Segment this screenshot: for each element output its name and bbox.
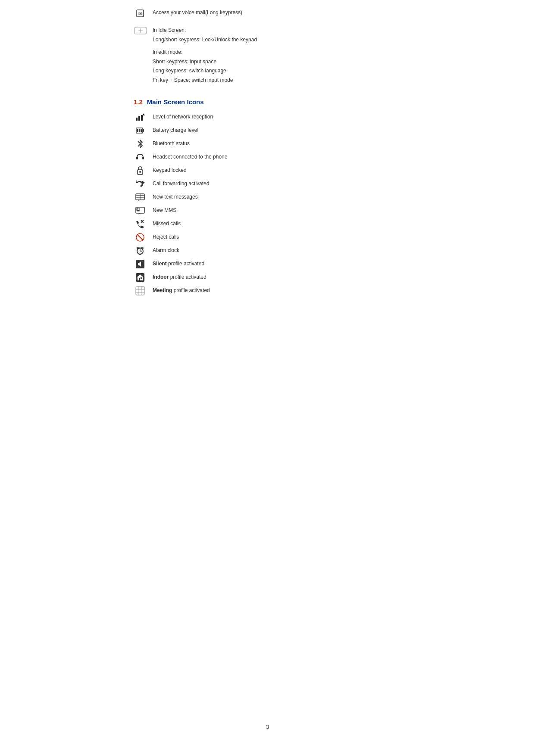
page: ✉ Access your voice mail(Long keypress) …: [0, 0, 535, 756]
svg-rect-42: [136, 286, 144, 295]
voicemail-section: ✉ Access your voice mail(Long keypress): [134, 9, 401, 18]
list-item: Indoor profile activated: [134, 273, 401, 282]
list-item: Reject calls: [134, 233, 401, 242]
list-item: Meeting profile activated: [134, 286, 401, 296]
indoor-icon: [134, 273, 147, 282]
svg-line-29: [138, 235, 143, 240]
svg-text:✉: ✉: [138, 11, 142, 16]
network-icon: [134, 112, 147, 122]
content-area: ✉ Access your voice mail(Long keypress) …: [134, 9, 401, 299]
bluetooth-icon: [134, 139, 147, 149]
list-item: Keypad locked: [134, 166, 401, 175]
voicemail-icon: ✉: [136, 9, 144, 18]
alarm-icon: [134, 246, 147, 255]
idle-text: In Idle Screen: Long/short keypress: Loc…: [153, 26, 257, 85]
idle-icon: [134, 27, 147, 34]
alarm-desc: Alarm clock: [153, 247, 179, 254]
network-desc: Level of network reception: [153, 113, 213, 121]
svg-rect-12: [139, 129, 140, 132]
meeting-desc: Meeting profile activated: [153, 287, 210, 294]
section-number: 1.2: [134, 98, 143, 106]
svg-rect-14: [136, 157, 138, 159]
svg-point-34: [137, 247, 138, 249]
icon-list: Level of network reception Battery charg…: [134, 112, 401, 296]
battery-desc: Battery charge level: [153, 127, 198, 134]
indoor-desc: Indoor profile activated: [153, 274, 206, 281]
missed-calls-icon: [134, 219, 147, 229]
section-title: Main Screen Icons: [147, 98, 204, 106]
mms-icon: [134, 206, 147, 215]
sms-desc: New text messages: [153, 193, 198, 201]
mms-desc: New MMS: [153, 207, 176, 214]
svg-marker-18: [142, 180, 145, 185]
svg-rect-11: [137, 129, 138, 132]
idle-section: In Idle Screen: Long/short keypress: Loc…: [134, 26, 401, 85]
voicemail-text: Access your voice mail(Long keypress): [153, 9, 242, 16]
meeting-icon: [134, 286, 147, 296]
call-forward-icon: [134, 179, 147, 189]
headset-desc: Headset connected to the phone: [153, 153, 227, 161]
list-item: Level of network reception: [134, 112, 401, 122]
list-item: Call forwarding activated: [134, 179, 401, 189]
silent-desc: Silent profile activated: [153, 260, 204, 268]
svg-point-35: [142, 247, 144, 249]
page-number: 3: [266, 724, 269, 730]
list-item: Battery charge level: [134, 126, 401, 135]
svg-rect-5: [136, 118, 138, 121]
voicemail-icon-cell: ✉: [134, 9, 147, 18]
silent-icon: [134, 259, 147, 269]
bluetooth-desc: Bluetooth status: [153, 140, 190, 147]
list-item: Alarm clock: [134, 246, 401, 255]
list-item: New text messages: [134, 193, 401, 202]
svg-rect-7: [141, 115, 143, 121]
list-item: New MMS: [134, 206, 401, 215]
list-item: Silent profile activated: [134, 259, 401, 269]
svg-rect-10: [143, 129, 144, 132]
list-item: Headset connected to the phone: [134, 152, 401, 162]
svg-rect-6: [138, 116, 140, 121]
sms-icon: [134, 193, 147, 202]
svg-rect-13: [141, 129, 142, 132]
reject-calls-icon: [134, 233, 147, 242]
svg-rect-15: [142, 157, 144, 159]
idle-icon-cell: [134, 26, 147, 35]
headset-icon: [134, 152, 147, 162]
keypad-lock-desc: Keypad locked: [153, 167, 187, 174]
missed-calls-desc: Missed calls: [153, 220, 181, 227]
list-item: Missed calls: [134, 219, 401, 229]
svg-rect-41: [141, 277, 142, 279]
reject-calls-desc: Reject calls: [153, 233, 179, 241]
section-header: 1.2 Main Screen Icons: [134, 98, 401, 106]
call-forward-desc: Call forwarding activated: [153, 180, 209, 187]
svg-point-25: [137, 208, 138, 209]
svg-point-17: [139, 171, 141, 173]
keypad-lock-icon: [134, 166, 147, 175]
svg-marker-8: [142, 113, 145, 115]
svg-rect-40: [139, 278, 140, 280]
list-item: Bluetooth status: [134, 139, 401, 149]
battery-icon: [134, 126, 147, 135]
